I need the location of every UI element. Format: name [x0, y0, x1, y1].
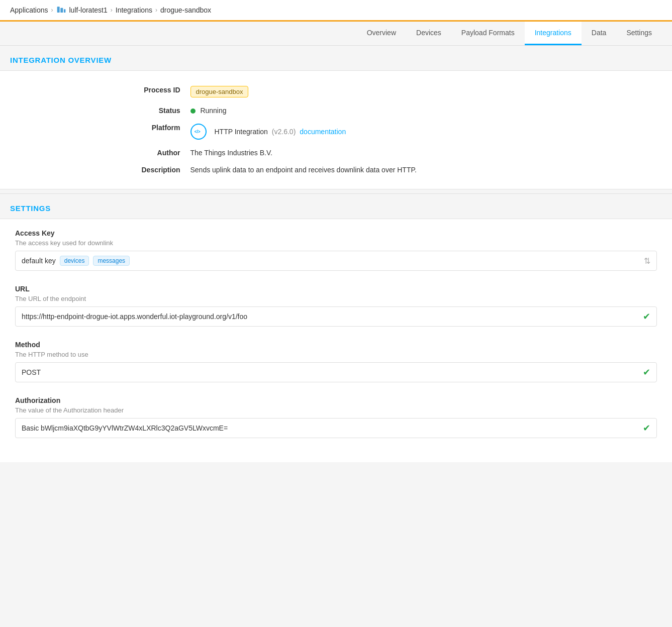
url-value: https://http-endpoint-drogue-iot.apps.wo…: [22, 312, 639, 321]
platform-value: </> HTTP Integration (v2.6.0) documentat…: [190, 124, 562, 140]
author-label: Author: [110, 149, 190, 157]
svg-rect-1: [60, 8, 63, 13]
url-field[interactable]: https://http-endpoint-drogue-iot.apps.wo…: [15, 306, 657, 327]
breadcrumb-sep-2: ›: [111, 7, 113, 14]
access-key-group: Access Key The access key used for downl…: [15, 229, 657, 271]
url-group: URL The URL of the endpoint https://http…: [15, 285, 657, 327]
authorization-label: Authorization: [15, 396, 657, 404]
url-desc: The URL of the endpoint: [15, 295, 657, 302]
method-value: POST: [22, 368, 639, 376]
method-desc: The HTTP method to use: [15, 351, 657, 358]
integration-overview-title: INTEGRATION OVERVIEW: [10, 56, 112, 64]
svg-rect-0: [57, 7, 59, 13]
info-grid: Process ID drogue-sandbox Status Running…: [110, 86, 562, 174]
tab-devices[interactable]: Devices: [406, 22, 451, 45]
svg-text:</>: </>: [194, 129, 200, 134]
author-value: The Things Industries B.V.: [190, 149, 562, 157]
integration-overview-header: INTEGRATION OVERVIEW: [0, 46, 672, 71]
breadcrumb-integrations[interactable]: Integrations: [116, 6, 152, 14]
access-key-field[interactable]: default key devices messages ⇅: [15, 251, 657, 271]
access-key-left: default key devices messages: [22, 256, 130, 266]
documentation-link[interactable]: documentation: [300, 128, 346, 136]
tab-settings[interactable]: Settings: [616, 22, 662, 45]
spinner-icon: ⇅: [644, 256, 650, 266]
http-platform-icon: </>: [190, 124, 207, 140]
description-label: Description: [110, 166, 190, 174]
lora-icon: [56, 5, 66, 15]
authorization-check-icon: ✔: [643, 423, 650, 434]
process-id-label: Process ID: [110, 86, 190, 94]
platform-name: HTTP Integration: [215, 128, 268, 136]
method-label: Method: [15, 341, 657, 349]
process-id-value: drogue-sandbox: [190, 86, 562, 97]
breadcrumb-sep-1: ›: [51, 7, 53, 14]
access-key-label: Access Key: [15, 229, 657, 237]
method-check-icon: ✔: [643, 367, 650, 378]
process-id-badge: drogue-sandbox: [190, 86, 249, 97]
url-check-icon: ✔: [643, 311, 650, 322]
method-field[interactable]: POST ✔: [15, 362, 657, 382]
tag-messages: messages: [93, 256, 130, 266]
settings-title: SETTINGS: [10, 204, 51, 213]
tab-overview[interactable]: Overview: [357, 22, 406, 45]
section-separator: [0, 189, 672, 194]
url-label: URL: [15, 285, 657, 293]
tab-integrations[interactable]: Integrations: [525, 22, 582, 45]
breadcrumb-sep-3: ›: [155, 7, 157, 14]
status-text: Running: [200, 107, 226, 115]
breadcrumb-app-name[interactable]: lulf-loratest1: [69, 6, 108, 14]
breadcrumb-applications[interactable]: Applications: [10, 6, 48, 14]
status-label: Status: [110, 107, 190, 115]
tag-devices: devices: [60, 256, 89, 266]
svg-rect-2: [64, 9, 65, 13]
status-value: Running: [190, 107, 562, 115]
nav-tabs: Overview Devices Payload Formats Integra…: [0, 22, 672, 46]
authorization-desc: The value of the Authorization header: [15, 406, 657, 414]
status-dot: [190, 109, 196, 114]
breadcrumb: Applications › lulf-loratest1 › Integrat…: [0, 0, 672, 22]
tab-data[interactable]: Data: [582, 22, 617, 45]
settings-header: SETTINGS: [0, 194, 672, 219]
key-name: default key: [22, 257, 56, 265]
authorization-value: Basic bWljcm9iaXQtbG9yYVlWtrZW4xLXRlc3Q2…: [22, 424, 639, 432]
access-key-desc: The access key used for downlink: [15, 239, 657, 247]
settings-body: Access Key The access key used for downl…: [0, 219, 672, 462]
platform-label: Platform: [110, 124, 190, 132]
settings-section: SETTINGS Access Key The access key used …: [0, 194, 672, 462]
authorization-group: Authorization The value of the Authoriza…: [15, 396, 657, 438]
platform-version: (v2.6.0): [272, 128, 296, 136]
integration-overview-body: Process ID drogue-sandbox Status Running…: [0, 71, 672, 189]
breadcrumb-current: drogue-sandbox: [160, 6, 211, 14]
description-value: Sends uplink data to an endpoint and rec…: [190, 166, 562, 174]
method-group: Method The HTTP method to use POST ✔: [15, 341, 657, 382]
authorization-field[interactable]: Basic bWljcm9iaXQtbG9yYVlWtrZW4xLXRlc3Q2…: [15, 418, 657, 438]
tab-payload-formats[interactable]: Payload Formats: [451, 22, 525, 45]
